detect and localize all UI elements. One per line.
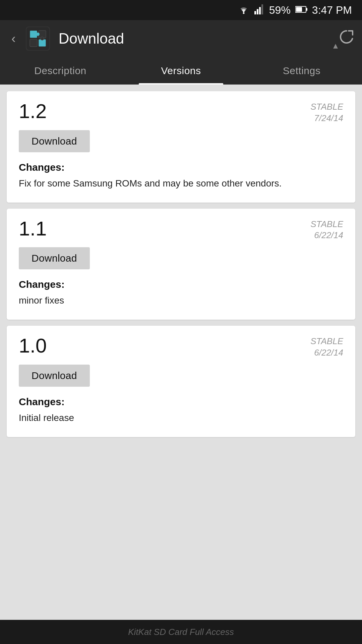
version-number-1-0: 1.0 — [19, 336, 47, 356]
dropdown-arrow-icon: ▴ — [333, 40, 338, 51]
bottom-bar-text: KitKat SD Card Full Access — [128, 627, 234, 637]
changes-label-1-2: Changes: — [19, 162, 343, 173]
svg-rect-6 — [306, 8, 307, 11]
status-time: 3:47 PM — [312, 4, 352, 16]
back-button[interactable]: ‹ — [7, 28, 20, 49]
changes-label-1-1: Changes: — [19, 279, 343, 290]
tab-settings[interactable]: Settings — [241, 57, 362, 85]
download-button-1-1[interactable]: Download — [19, 247, 90, 269]
svg-rect-2 — [257, 9, 258, 14]
version-card-1-2: 1.2 STABLE 7/24/14 Download Changes: Fix… — [7, 91, 355, 203]
tab-description-label: Description — [34, 65, 86, 76]
page-title: Download — [59, 30, 330, 47]
svg-point-13 — [36, 33, 40, 36]
svg-rect-7 — [296, 7, 302, 12]
signal-icon — [254, 4, 264, 16]
badge-date-1-1: 6/22/14 — [310, 230, 343, 241]
svg-rect-3 — [259, 7, 261, 14]
bottom-bar: KitKat SD Card Full Access — [0, 620, 362, 644]
version-card-1-1: 1.1 STABLE 6/22/14 Download Changes: min… — [7, 209, 355, 320]
version-number-1-2: 1.2 — [19, 101, 47, 121]
tab-settings-label: Settings — [283, 65, 320, 76]
tab-description[interactable]: Description — [0, 57, 121, 85]
wifi-icon — [238, 4, 250, 16]
version-badge-1-0: STABLE 6/22/14 — [310, 336, 343, 359]
version-header-1-0: 1.0 STABLE 6/22/14 — [19, 336, 343, 359]
download-button-1-0[interactable]: Download — [19, 365, 90, 387]
app-icon — [26, 26, 50, 51]
battery-icon — [295, 5, 307, 15]
badge-label-1-2: STABLE — [310, 101, 343, 113]
download-button-1-2[interactable]: Download — [19, 130, 90, 152]
status-icons: 59% 3:47 PM — [238, 4, 352, 16]
badge-label-1-1: STABLE — [310, 219, 343, 230]
svg-rect-1 — [254, 11, 256, 14]
version-number-1-1: 1.1 — [19, 219, 47, 239]
changes-label-1-0: Changes: — [19, 396, 343, 408]
version-badge-1-2: STABLE 7/24/14 — [310, 101, 343, 124]
svg-rect-11 — [30, 39, 37, 47]
tab-versions[interactable]: Versions — [121, 57, 241, 85]
svg-point-14 — [41, 37, 44, 40]
versions-content: 1.2 STABLE 7/24/14 Download Changes: Fix… — [0, 85, 362, 620]
version-card-1-0: 1.0 STABLE 6/22/14 Download Changes: Ini… — [7, 326, 355, 437]
svg-rect-9 — [30, 31, 37, 38]
svg-point-0 — [243, 12, 244, 14]
battery-percentage: 59% — [269, 4, 291, 16]
version-header-1-2: 1.2 STABLE 7/24/14 — [19, 101, 343, 124]
badge-date-1-2: 7/24/14 — [310, 113, 343, 124]
refresh-button[interactable] — [338, 28, 355, 49]
badge-date-1-0: 6/22/14 — [310, 347, 343, 359]
version-header-1-1: 1.1 STABLE 6/22/14 — [19, 219, 343, 241]
tab-versions-label: Versions — [161, 65, 201, 76]
changes-text-1-1: minor fixes — [19, 293, 343, 308]
changes-text-1-2: Fix for some Samsung ROMs and may be som… — [19, 176, 343, 191]
badge-label-1-0: STABLE — [310, 336, 343, 347]
version-badge-1-1: STABLE 6/22/14 — [310, 219, 343, 241]
tab-bar: Description Versions Settings — [0, 57, 362, 85]
status-bar: 59% 3:47 PM — [0, 0, 362, 20]
svg-rect-4 — [261, 4, 263, 14]
top-nav-bar: ‹ Download ▴ — [0, 20, 362, 57]
changes-text-1-0: Initial release — [19, 411, 343, 425]
